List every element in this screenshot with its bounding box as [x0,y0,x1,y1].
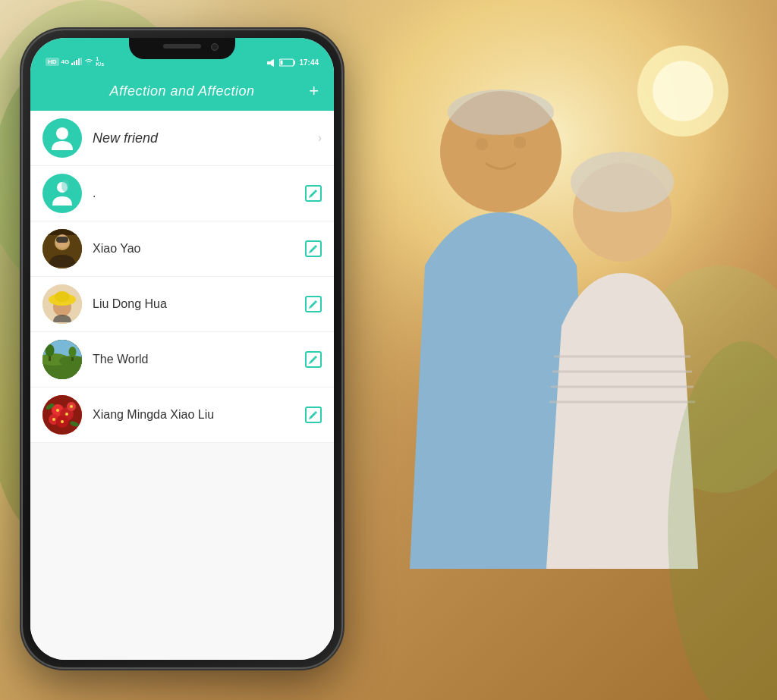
status-left: HD 4G 1K/s [46,44,104,67]
contact-liu-dong-hua[interactable]: Liu Dong Hua [30,277,334,332]
contact-xiao-yao[interactable]: Xiao Yao [30,221,334,277]
edit-icon-world[interactable] [305,351,322,368]
svg-point-59 [61,420,64,423]
avatar-new-friend [42,118,82,158]
svg-point-27 [56,127,68,140]
svg-point-6 [514,137,526,149]
svg-rect-34 [56,237,68,243]
contact-xiang-mingda[interactable]: Xiang Mingda Xiao Liu [30,388,334,443]
avatar-xiao-yao [42,229,82,268]
pencil-icon-4 [309,355,318,364]
time-display: 17:44 [299,58,319,67]
svg-rect-22 [80,58,82,65]
battery-icon [279,58,296,67]
front-camera [211,43,219,51]
pencil-icon-3 [309,300,318,309]
pencil-icon-5 [309,410,318,419]
svg-point-48 [69,347,77,357]
volume-icon [267,59,276,67]
edit-icon-xiao-yao[interactable] [305,240,322,257]
avatar-dot [42,174,82,213]
svg-point-38 [55,291,70,302]
add-contact-button[interactable]: + [309,81,319,101]
svg-rect-25 [294,61,295,64]
speed-indicator: 1K/s [96,56,104,67]
svg-point-56 [65,413,68,416]
contact-name-xiang-mingda: Xiang Mingda Xiao Liu [93,408,305,422]
contact-the-world[interactable]: The World [30,332,334,388]
svg-point-29 [61,180,69,192]
avatar-the-world [42,340,82,379]
avatar-photo-xiao-yao [42,229,82,268]
svg-point-15 [653,61,713,121]
contact-name-dot: . [93,187,305,200]
contact-name-xiao-yao: Xiao Yao [93,242,305,256]
contact-name-new-friend: New friend [93,130,318,146]
avatar-xiang-mingda [42,395,82,435]
pencil-icon [309,189,318,198]
contact-dot[interactable]: . [30,166,334,221]
hd-indicator: HD [46,58,59,66]
contact-new-friend[interactable]: New friend › [30,111,334,166]
person-icon [49,124,76,152]
svg-rect-26 [281,61,283,65]
speaker [163,44,201,49]
phone-screen: HD 4G 1K/s [30,38,334,660]
svg-rect-32 [42,229,82,235]
svg-rect-23 [267,61,271,64]
edit-icon-xiang[interactable] [305,407,322,423]
app-header: Affection and Affection + [30,71,334,111]
svg-point-58 [70,405,73,408]
svg-rect-19 [74,61,75,65]
svg-point-55 [56,409,59,412]
avatar-photo-xiang [42,395,82,435]
svg-rect-20 [76,60,77,65]
svg-point-57 [52,418,55,421]
pencil-icon-2 [309,244,318,253]
phone-device: HD 4G 1K/s [23,30,387,675]
svg-point-9 [571,152,674,212]
contact-name-liu-dong-hua: Liu Dong Hua [93,297,305,311]
network-indicator: 4G [61,58,70,65]
avatar-liu-dong-hua [42,284,82,324]
svg-point-7 [448,89,554,135]
person-icon-2 [49,180,76,207]
app-title: Affection and Affection [110,83,255,99]
svg-point-46 [46,344,55,356]
phone-shell: HD 4G 1K/s [23,30,341,667]
avatar-photo-world [42,340,82,379]
svg-point-5 [476,138,488,150]
wifi-icon [84,58,93,65]
signal-icon [71,58,82,65]
notch [129,38,235,59]
contact-name-the-world: The World [93,353,305,366]
avatar-photo-liu [42,284,82,324]
status-right: 17:44 [267,46,319,67]
contact-list: New friend › . [30,111,334,660]
edit-icon-dot[interactable] [305,185,322,202]
svg-rect-21 [78,58,80,65]
chevron-right-icon: › [318,131,322,145]
svg-rect-18 [71,63,73,65]
edit-icon-liu[interactable] [305,296,322,312]
